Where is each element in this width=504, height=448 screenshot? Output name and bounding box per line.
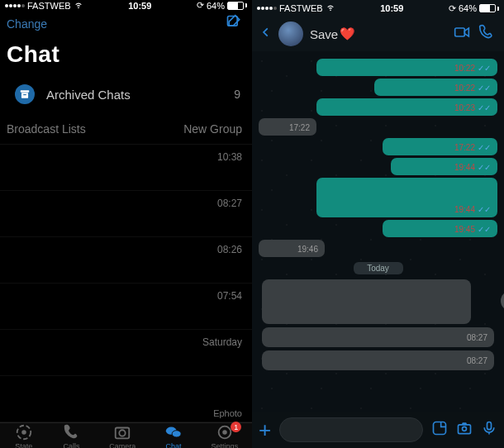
message-time: 10:22: [454, 83, 475, 93]
message-in[interactable]: 08:27: [262, 350, 494, 370]
chat-row[interactable]: 08:26: [0, 237, 252, 284]
message-time: 08:27: [467, 333, 487, 342]
avatar[interactable]: [278, 21, 303, 46]
wifi-icon: [74, 1, 83, 11]
svg-rect-2: [21, 93, 28, 98]
battery-percent: 64%: [207, 1, 225, 11]
date-separator: Today: [354, 262, 403, 274]
message-time: 17:22: [454, 143, 475, 152]
message-out[interactable]: 10:22✓✓: [316, 59, 497, 76]
svg-rect-3: [23, 94, 26, 95]
forward-button[interactable]: [501, 291, 504, 311]
message-out[interactable]: 10:22✓✓: [374, 79, 497, 96]
chat-icon: [164, 423, 183, 441]
chat-time: 08:27: [217, 198, 242, 209]
tab-state[interactable]: State: [14, 423, 34, 448]
page-title: Chat: [0, 35, 252, 79]
battery-icon: [479, 4, 499, 12]
chat-list: 10:38 08:27 08:26 07:54 Saturday Ephoto: [0, 145, 252, 422]
message-out[interactable]: 19:45✓✓: [383, 220, 497, 237]
message-time: 19:46: [297, 245, 318, 254]
message-time: 10:23: [454, 103, 475, 112]
tab-bar: State Calls Camera Chat 1 Settings: [0, 422, 252, 448]
phone-icon: [62, 423, 82, 441]
tab-label: Camera: [109, 442, 136, 448]
carrier-label: FASTWEB: [27, 1, 71, 11]
conversation-header: Save❤️: [252, 17, 504, 51]
svg-point-7: [120, 430, 126, 436]
read-ticks-icon: ✓✓: [478, 205, 491, 214]
microphone-button[interactable]: [481, 420, 497, 440]
archived-count: 9: [234, 88, 240, 101]
tab-calls[interactable]: Calls: [62, 423, 82, 448]
voice-call-button[interactable]: [478, 24, 496, 44]
message-out[interactable]: 10:23✓✓: [316, 98, 497, 116]
read-ticks-icon: ✓✓: [478, 143, 491, 152]
svg-rect-12: [455, 28, 465, 36]
message-time: 10:22: [454, 64, 475, 73]
message-in[interactable]: 19:46: [259, 240, 325, 257]
tab-chat[interactable]: Chat: [164, 423, 183, 448]
message-input[interactable]: [279, 417, 423, 442]
chat-time: 10:38: [217, 151, 242, 163]
archived-label: Archived Chats: [46, 88, 131, 102]
chat-row[interactable]: 10:38: [0, 145, 252, 191]
svg-point-9: [172, 431, 181, 437]
compose-icon[interactable]: [226, 14, 242, 33]
read-ticks-icon: ✓✓: [478, 64, 491, 73]
tab-label: Settings: [212, 442, 239, 448]
chat-time: 07:54: [217, 290, 242, 302]
tab-label: State: [15, 442, 32, 448]
video-call-button[interactable]: [453, 24, 471, 44]
chat-row[interactable]: Ephoto: [0, 376, 252, 422]
svg-rect-1: [21, 90, 30, 92]
svg-rect-13: [434, 422, 446, 435]
message-out[interactable]: 17:22✓✓: [383, 138, 497, 155]
broadcast-lists-button[interactable]: Broadcast Lists: [7, 122, 86, 136]
status-bar: FASTWEB 10:59 ⟳ 64%: [0, 0, 252, 11]
edit-button[interactable]: Change: [7, 17, 47, 31]
camera-button[interactable]: [456, 420, 473, 440]
status-bar: FASTWEB 10:59 ⟳ 64%: [252, 0, 504, 17]
message-time: 19:44: [454, 205, 475, 214]
back-button[interactable]: [260, 24, 272, 44]
svg-point-15: [463, 427, 467, 431]
message-time: 19:45: [454, 225, 475, 234]
read-ticks-icon: ✓✓: [478, 163, 491, 172]
new-group-button[interactable]: New Group: [183, 122, 242, 136]
signal-icon: [5, 4, 25, 7]
chat-time: Saturday: [202, 336, 242, 348]
attach-button[interactable]: +: [259, 417, 271, 443]
tab-camera[interactable]: Camera: [109, 423, 136, 448]
chat-row[interactable]: 07:54: [0, 284, 252, 330]
status-icon: [14, 423, 34, 441]
chat-row[interactable]: Saturday: [0, 330, 252, 376]
carrier-label: FASTWEB: [279, 3, 323, 13]
message-out[interactable]: 19:44✓✓: [316, 178, 497, 217]
message-attachment[interactable]: [262, 279, 471, 324]
message-time: 08:27: [467, 356, 487, 365]
chats-list-screen: FASTWEB 10:59 ⟳ 64% Change Chat Archived…: [0, 0, 252, 448]
read-ticks-icon: ✓✓: [478, 225, 491, 234]
message-out[interactable]: 19:44✓✓: [391, 158, 497, 175]
svg-point-5: [21, 430, 26, 435]
conversation-screen: FASTWEB 10:59 ⟳ 64% Save❤️ 10:22✓✓ 10:22…: [252, 0, 504, 448]
tab-label: Chat: [165, 442, 181, 448]
battery-percent: 64%: [459, 3, 477, 13]
archived-chats-row[interactable]: Archived Chats 9: [0, 79, 252, 114]
read-ticks-icon: ✓✓: [478, 83, 491, 93]
svg-rect-14: [459, 425, 471, 434]
message-in[interactable]: 08:27: [262, 327, 494, 347]
chat-time: 08:26: [217, 244, 242, 255]
contact-name[interactable]: Save❤️: [310, 26, 355, 41]
read-ticks-icon: ✓✓: [478, 103, 491, 112]
message-input-bar: +: [252, 412, 504, 448]
chat-row[interactable]: 08:27: [0, 191, 252, 237]
message-time: 19:44: [454, 163, 475, 172]
tab-settings[interactable]: 1 Settings: [212, 423, 239, 448]
archive-icon: [15, 84, 35, 104]
sticker-button[interactable]: [431, 420, 448, 440]
messages-area[interactable]: 10:22✓✓ 10:22✓✓ 10:23✓✓ 17:22 17:22✓✓ 19…: [252, 51, 504, 412]
message-in[interactable]: 17:22: [259, 118, 316, 136]
status-clock: 10:59: [128, 1, 151, 11]
